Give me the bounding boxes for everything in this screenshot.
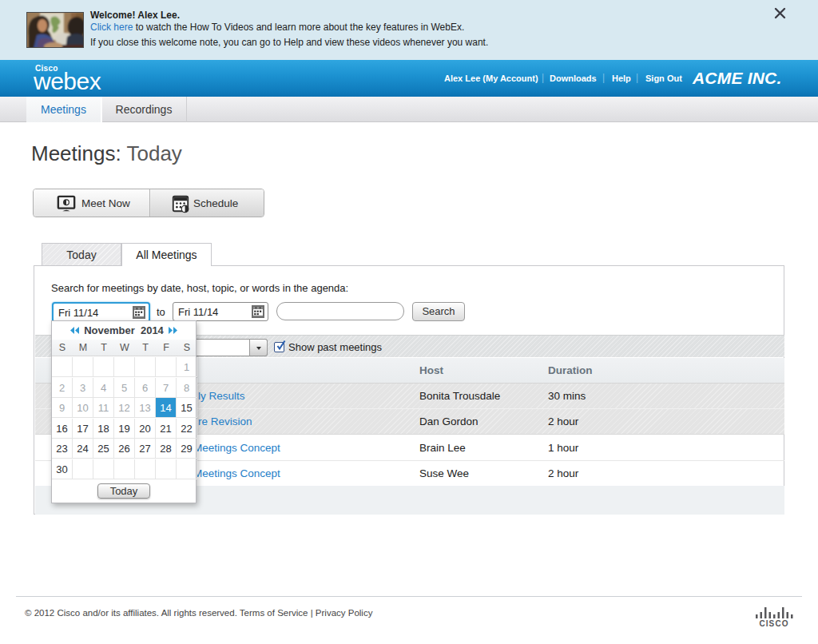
svg-text:CISCO: CISCO: [759, 619, 788, 628]
